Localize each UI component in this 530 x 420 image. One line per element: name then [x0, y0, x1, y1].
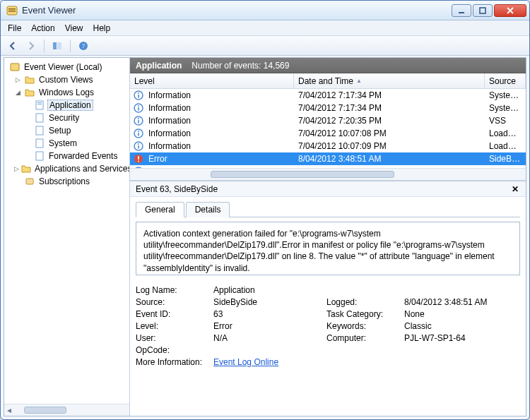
prop-value: 63	[213, 309, 326, 319]
event-count: Number of events: 14,569	[192, 61, 289, 71]
svg-rect-19	[138, 95, 139, 98]
sort-asc-icon: ▲	[356, 78, 362, 84]
tree-root[interactable]: Event Viewer (Local)	[4, 61, 129, 73]
log-icon	[34, 112, 45, 124]
toolbar-separator	[70, 40, 71, 52]
forward-button[interactable]	[23, 38, 39, 54]
back-button[interactable]	[5, 38, 20, 54]
column-source[interactable]: Source	[485, 73, 526, 88]
detail-body: General Details Activation context gener…	[130, 197, 526, 416]
cell-date: 7/04/2012 7:20:35 PM	[294, 116, 485, 126]
more-info-link[interactable]: Event Log Online	[213, 357, 278, 367]
svg-rect-10	[36, 101, 43, 109]
column-level[interactable]: Level	[130, 73, 294, 88]
tree-custom-views[interactable]: ▷ Custom Views	[4, 73, 129, 86]
tree-security[interactable]: Security	[4, 112, 129, 124]
svg-text:?: ?	[82, 42, 85, 49]
menu-help[interactable]: Help	[93, 23, 111, 33]
tree-label: Setup	[47, 126, 72, 136]
svg-point-23	[138, 105, 139, 107]
show-hide-tree-button[interactable]	[49, 38, 65, 54]
scrollbar-thumb[interactable]	[24, 407, 66, 414]
svg-rect-2	[8, 11, 16, 12]
grid-row[interactable]: Information7/04/2012 7:17:34 PMSystem R	[130, 89, 526, 102]
grid-horizontal-scrollbar[interactable]	[130, 168, 526, 180]
close-button[interactable]	[494, 4, 526, 17]
menu-file[interactable]: File	[8, 23, 21, 33]
cell-source: System R	[485, 90, 526, 100]
column-label: Source	[489, 76, 516, 86]
info-icon	[133, 90, 144, 101]
tab-details[interactable]: Details	[186, 202, 230, 217]
tree-label: Forwarded Events	[47, 151, 119, 161]
prop-key: Keywords:	[326, 321, 404, 331]
toolbar: ?	[1, 36, 529, 56]
prop-key: Logged:	[326, 297, 404, 307]
grid-body[interactable]: Information7/04/2012 7:17:34 PMSystem RI…	[130, 89, 526, 168]
grid-row[interactable]: Information7/04/2012 7:20:35 PMVSS	[130, 114, 526, 127]
folder-icon	[24, 74, 35, 85]
svg-point-32	[138, 143, 139, 145]
tree-horizontal-scrollbar[interactable]: ◂	[4, 404, 129, 416]
tree-apps-services[interactable]: ▷ Applications and Services	[4, 162, 129, 175]
cell-source: System R	[485, 103, 526, 113]
prop-value: N/A	[213, 333, 326, 343]
grid-row[interactable]: Information7/04/2012 7:17:34 PMSystem R	[130, 102, 526, 114]
tree-label: Custom Views	[37, 75, 94, 85]
expand-icon[interactable]: ▷	[14, 165, 19, 172]
grid-row[interactable]: Information7/04/2012 10:07:08 PMLoadPerf	[130, 127, 526, 140]
svg-rect-5	[53, 42, 57, 49]
content-panel: Application Number of events: 14,569 Lev…	[130, 58, 526, 416]
scrollbar-thumb[interactable]	[211, 171, 394, 178]
tree-forwarded[interactable]: Forwarded Events	[4, 150, 129, 162]
cell-source: LoadPerf	[485, 141, 526, 151]
tab-general[interactable]: General	[136, 202, 184, 217]
folder-icon	[24, 87, 35, 98]
expand-icon[interactable]: ▷	[14, 76, 22, 83]
close-detail-button[interactable]: ✕	[510, 184, 520, 194]
titlebar[interactable]: Event Viewer	[1, 1, 529, 20]
help-button[interactable]: ?	[76, 38, 91, 54]
cell-date: 7/04/2012 7:17:34 PM	[294, 90, 485, 100]
grid-row[interactable]: Error8/04/2012 3:48:51 AMSideBySi	[130, 152, 526, 165]
cell-level: Information	[144, 116, 294, 126]
svg-rect-25	[138, 120, 139, 124]
cell-level: Error	[144, 154, 294, 164]
prop-key: User:	[136, 333, 213, 343]
tree-application[interactable]: Application	[4, 99, 129, 112]
tree-label: System	[47, 138, 78, 148]
info-icon	[133, 115, 144, 126]
minimize-button[interactable]	[452, 4, 471, 17]
prop-value: Application	[213, 285, 326, 295]
grid-row[interactable]: Information7/04/2012 10:07:09 PMLoadPerf	[130, 140, 526, 152]
prop-key: Source:	[136, 297, 213, 307]
client-area: Event Viewer (Local) ▷ Custom Views ◢ Wi…	[4, 57, 526, 416]
prop-value: 8/04/2012 3:48:51 AM	[404, 297, 520, 307]
prop-key: Level:	[136, 321, 213, 331]
tree-label: Subscriptions	[37, 176, 91, 186]
tree-label: Applications and Services	[33, 164, 129, 174]
app-icon	[6, 5, 18, 16]
menu-view[interactable]: View	[65, 23, 83, 33]
tree-windows-logs[interactable]: ◢ Windows Logs	[4, 86, 129, 99]
svg-point-20	[138, 92, 139, 94]
collapse-icon[interactable]: ◢	[14, 89, 22, 96]
log-icon	[34, 125, 45, 136]
svg-rect-31	[138, 145, 139, 149]
svg-rect-13	[36, 114, 43, 122]
window-controls	[452, 4, 526, 17]
tree-subscriptions[interactable]: Subscriptions	[4, 175, 129, 188]
window-frame: Event Viewer File Action View Help ? Eve…	[0, 0, 530, 420]
svg-rect-6	[57, 42, 61, 49]
event-message[interactable]: Activation context generation failed for…	[136, 222, 520, 275]
svg-point-35	[138, 161, 139, 162]
svg-rect-15	[36, 139, 43, 148]
column-date[interactable]: Date and Time▲	[294, 73, 485, 88]
tree-scroll[interactable]: Event Viewer (Local) ▷ Custom Views ◢ Wi…	[4, 58, 129, 404]
tree-setup[interactable]: Setup	[4, 124, 129, 137]
tree-system[interactable]: System	[4, 137, 129, 150]
svg-point-29	[138, 131, 139, 132]
prop-key: Log Name:	[136, 285, 213, 295]
menu-action[interactable]: Action	[31, 23, 54, 33]
maximize-button[interactable]	[473, 4, 493, 17]
